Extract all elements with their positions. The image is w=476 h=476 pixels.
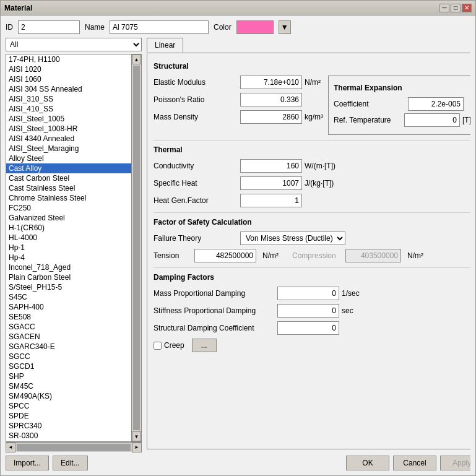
- tension-input[interactable]: [194, 249, 256, 262]
- mass-density-unit: kg/m³: [305, 113, 323, 121]
- list-item[interactable]: AISI_Steel_1008-HR: [6, 124, 131, 134]
- import-button[interactable]: Import...: [6, 456, 49, 470]
- list-item[interactable]: SM490A(KS): [6, 391, 131, 401]
- coefficient-input[interactable]: [408, 97, 464, 111]
- horiz-scroll-thumb[interactable]: [17, 444, 131, 451]
- poissons-ratio-label: Poisson's Ratio: [154, 95, 240, 104]
- ref-temp-label: Ref. Temperature: [334, 116, 404, 124]
- list-item[interactable]: S/Steel_PH15-5: [6, 282, 131, 292]
- list-item[interactable]: AISI 4340 Annealed: [6, 134, 131, 144]
- list-item[interactable]: SM45C: [6, 381, 131, 391]
- failure-theory-select[interactable]: Von Mises Stress (Ductile) Max Shear Str…: [240, 232, 345, 245]
- material-list: 17-4PH, H1100AISI 1020AISI 1060AISI 304 …: [6, 54, 131, 441]
- poissons-ratio-input[interactable]: [240, 93, 302, 106]
- list-item[interactable]: AISI_410_SS: [6, 104, 131, 114]
- list-item[interactable]: Steel: [6, 441, 131, 441]
- list-item[interactable]: Hp-1: [6, 243, 131, 253]
- restore-button[interactable]: □: [451, 4, 461, 12]
- list-item[interactable]: AISI 1060: [6, 74, 131, 84]
- creep-label: Creep: [164, 341, 184, 350]
- bottom-btn-row: Import... Edit...: [6, 456, 142, 470]
- cancel-button[interactable]: Cancel: [393, 456, 436, 470]
- scroll-track: ▲ ▼: [131, 54, 141, 441]
- elastic-modulus-input[interactable]: [240, 76, 302, 89]
- mass-prop-damping-input[interactable]: [277, 287, 339, 300]
- failure-theory-label: Failure Theory: [154, 234, 240, 243]
- structural-area: Elastic Modulus N/m² Poisson's Ratio Mas…: [154, 76, 470, 135]
- window-title: Material: [4, 4, 32, 12]
- name-label: Name: [85, 23, 105, 32]
- heat-gen-factor-row: Heat Gen.Factor: [154, 194, 470, 207]
- list-item[interactable]: AISI_Steel_Maraging: [6, 144, 131, 154]
- id-field[interactable]: [18, 20, 80, 34]
- list-item[interactable]: SPCC: [6, 401, 131, 411]
- list-item[interactable]: AISI_Steel_1005: [6, 114, 131, 124]
- coefficient-label: Coefficient: [334, 100, 408, 108]
- heat-gen-factor-input[interactable]: [240, 194, 302, 207]
- list-item[interactable]: FC250: [6, 203, 131, 213]
- specific-heat-input[interactable]: [240, 176, 302, 190]
- list-item[interactable]: SPRC340: [6, 421, 131, 431]
- title-bar: Material ─ □ ✕: [1, 1, 475, 15]
- list-item[interactable]: SE508: [6, 312, 131, 322]
- list-item[interactable]: Chrome Stainless Steel: [6, 193, 131, 203]
- struct-coeff-input[interactable]: [277, 321, 339, 335]
- conductivity-input[interactable]: [240, 159, 302, 173]
- list-item[interactable]: 17-4PH, H1100: [6, 54, 131, 64]
- list-item[interactable]: SR-0300: [6, 431, 131, 441]
- close-button[interactable]: ✕: [462, 4, 472, 12]
- ref-temp-input[interactable]: [404, 113, 460, 127]
- tension-label: Tension: [154, 251, 191, 260]
- list-item[interactable]: Hp-4: [6, 253, 131, 262]
- list-item[interactable]: Cast Carbon Steel: [6, 173, 131, 183]
- list-item[interactable]: SGACC: [6, 322, 131, 332]
- elastic-modulus-unit: N/m²: [305, 78, 321, 87]
- list-item[interactable]: SPDE: [6, 411, 131, 421]
- tab-linear[interactable]: Linear: [147, 38, 183, 53]
- mass-density-input[interactable]: [240, 110, 302, 124]
- list-item[interactable]: SHP: [6, 371, 131, 381]
- tabs: Linear: [147, 38, 470, 53]
- material-filter-select[interactable]: All Metal Plastic Other: [6, 38, 142, 51]
- name-field[interactable]: [110, 20, 209, 34]
- list-item[interactable]: SGCC: [6, 352, 131, 361]
- scroll-left-button[interactable]: ◄: [6, 443, 15, 452]
- list-item[interactable]: H-1(CR60): [6, 223, 131, 233]
- separator-1: [154, 140, 470, 141]
- minimize-button[interactable]: ─: [439, 4, 449, 12]
- list-item[interactable]: SGCD1: [6, 361, 131, 371]
- scroll-thumb[interactable]: [133, 66, 140, 430]
- scroll-up-button[interactable]: ▲: [132, 54, 141, 64]
- thermal-expansion-box: Thermal Expansion Coefficient Ref. Tempe…: [328, 76, 470, 135]
- color-swatch[interactable]: [236, 20, 274, 34]
- list-item[interactable]: Inconel_718_Aged: [6, 262, 131, 272]
- creep-checkbox[interactable]: [154, 342, 162, 350]
- apply-button[interactable]: Apply: [440, 456, 470, 470]
- conductivity-unit: W/(m·[T]): [305, 162, 335, 170]
- scroll-right-button[interactable]: ►: [132, 443, 142, 452]
- list-item[interactable]: Plain Carbon Steel: [6, 272, 131, 282]
- mass-density-label: Mass Density: [154, 113, 240, 121]
- list-item[interactable]: SGARC340-E: [6, 342, 131, 352]
- list-item[interactable]: AISI 304 SS Annealed: [6, 84, 131, 94]
- stiffness-prop-damping-input[interactable]: [277, 304, 339, 318]
- list-item[interactable]: HL-4000: [6, 233, 131, 243]
- edit-button[interactable]: Edit...: [53, 456, 88, 470]
- list-item[interactable]: AISI_310_SS: [6, 94, 131, 104]
- tension-unit: N/m²: [262, 251, 279, 260]
- structural-title: Structural: [154, 62, 470, 71]
- list-item[interactable]: Alloy Steel: [6, 154, 131, 163]
- creep-button[interactable]: ...: [192, 339, 217, 352]
- header-row: ID Name Color ▼: [6, 20, 470, 34]
- ok-button[interactable]: OK: [346, 456, 389, 470]
- color-dropdown-button[interactable]: ▼: [279, 20, 291, 34]
- list-item[interactable]: Cast Stainless Steel: [6, 183, 131, 193]
- list-item[interactable]: Cast Alloy: [6, 163, 131, 173]
- list-item[interactable]: SAPH-400: [6, 302, 131, 312]
- scroll-down-button[interactable]: ▼: [132, 431, 141, 441]
- list-item[interactable]: Galvanized Steel: [6, 213, 131, 223]
- right-panel: Linear Structural Elastic Modulus N/m²: [147, 38, 470, 470]
- list-item[interactable]: SGACEN: [6, 332, 131, 342]
- list-item[interactable]: AISI 1020: [6, 64, 131, 74]
- list-item[interactable]: S45C: [6, 292, 131, 302]
